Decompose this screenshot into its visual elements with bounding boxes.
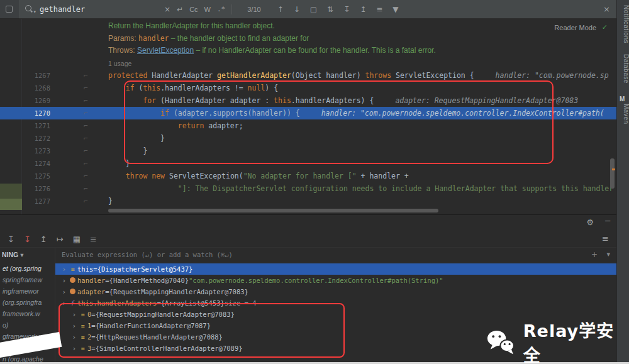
line-number[interactable]: 1275 <box>22 170 50 182</box>
frame-item[interactable]: o) <box>0 319 55 331</box>
line-number[interactable]: 1270 <box>22 107 50 119</box>
open-in-find-window-icon[interactable]: ▢ <box>310 5 317 14</box>
gutter-flag-icon[interactable]: ⌐ <box>50 145 88 157</box>
words-toggle[interactable]: W <box>204 6 211 13</box>
frame-item[interactable]: framework.w <box>0 308 55 319</box>
expand-chevron-icon[interactable]: › <box>70 311 78 319</box>
doc-throws-label: Throws: <box>108 46 135 55</box>
filter-results-icon[interactable]: ▼ <box>392 5 398 14</box>
code-line[interactable]: 1268⌐ if (this.handlerAdapters != null) … <box>22 82 616 94</box>
add-watch-icon[interactable]: + <box>591 250 598 259</box>
code-line[interactable]: 1270⌐ if (adapter.supports(handler)) {ha… <box>22 107 616 119</box>
value-icon: ≡ <box>78 345 87 352</box>
tool-window-icon[interactable] <box>6 6 13 13</box>
evaluate-expression-input[interactable]: Evaluate expression (↵) or add a watch (… <box>62 251 233 258</box>
doc-summary: Return the HandlerAdapter for this handl… <box>108 21 275 30</box>
export-state-icon[interactable]: ↥ <box>40 234 47 244</box>
evaluate-expand-icon[interactable]: ▾ <box>606 250 610 258</box>
gutter-flag-icon[interactable]: ⌐ <box>50 119 88 132</box>
gutter-flag-icon[interactable]: ⌐ <box>50 107 88 119</box>
reader-mode-toggle[interactable]: Reader Mode <box>554 24 596 31</box>
close-search-icon[interactable]: × <box>603 4 610 14</box>
param-icon <box>68 288 77 295</box>
line-number[interactable]: 1277 <box>22 195 50 207</box>
list-view-icon[interactable]: ≡ <box>90 234 97 244</box>
line-number[interactable]: 1271 <box>22 119 50 132</box>
gutter-flag-icon[interactable]: ⌐ <box>50 82 88 94</box>
line-number[interactable]: 1269 <box>22 94 50 107</box>
code-line[interactable]: 1275⌐ throw new ServletException("No ada… <box>22 170 616 182</box>
expand-chevron-icon[interactable]: › <box>60 288 68 296</box>
previous-occurrence-icon[interactable]: ↑ <box>277 5 284 14</box>
session-selector[interactable]: NING ▾ <box>2 251 23 258</box>
code-line[interactable]: 1269⌐ for (HandlerAdapter adapter : this… <box>22 94 616 107</box>
code-line[interactable]: 1271⌐ return adapter; <box>22 119 616 132</box>
line-number[interactable]: 1272 <box>22 132 50 145</box>
gear-icon[interactable]: ⚙ <box>586 218 594 227</box>
add-occurrence-icon[interactable]: ↧ <box>343 5 350 14</box>
line-number[interactable]: 1276 <box>22 182 50 195</box>
maven-icon: M <box>620 96 625 102</box>
gutter-flag-icon[interactable]: ⌐ <box>50 132 88 145</box>
search-icon[interactable]: ▾ <box>25 5 33 13</box>
frame-item[interactable]: springframew <box>0 274 55 285</box>
clear-search-icon[interactable]: × <box>164 5 170 14</box>
run-to-cursor-icon[interactable]: ↦ <box>57 234 64 244</box>
doc-throws-type[interactable]: ServletException <box>137 46 194 55</box>
line-number[interactable]: 1268 <box>22 82 50 94</box>
expand-chevron-icon[interactable]: › <box>60 265 68 273</box>
gutter-flag-icon[interactable]: ⌐ <box>50 195 88 207</box>
table-view-icon[interactable]: ▦ <box>73 234 81 244</box>
variable-row[interactable]: ›handler = {HandlerMethod@7040} "com.pow… <box>55 275 616 286</box>
right-tool-strip: Notifications Database M Maven <box>616 0 629 364</box>
layout-settings-icon[interactable]: ≡ <box>602 234 609 243</box>
horizontal-scrollbar[interactable] <box>108 209 438 212</box>
expand-chevron-icon[interactable]: › <box>60 277 68 285</box>
match-case-toggle[interactable]: Cc <box>189 6 198 13</box>
debug-toolbar-icons: ↧↧↥↦▦≡ <box>8 234 97 244</box>
line-number[interactable]: 1267 <box>22 69 50 82</box>
next-occurrence-icon[interactable]: ↓ <box>294 5 300 14</box>
frame-item[interactable]: et (org.spring <box>0 263 55 274</box>
select-all-occurrences-icon[interactable]: ⇅ <box>327 5 333 14</box>
code-line[interactable]: 1277⌐} <box>22 195 616 207</box>
code-line[interactable]: 1274⌐ } <box>22 157 616 170</box>
frame-item[interactable]: (org.springfra <box>0 297 55 308</box>
line-number[interactable]: 1274 <box>22 157 50 170</box>
load-state-icon[interactable]: ↧ <box>8 234 14 244</box>
code-line[interactable]: 1276⌐ "]: The DispatcherServlet configur… <box>22 182 616 195</box>
usages-hint[interactable]: 1 usage <box>108 60 131 67</box>
frame-item[interactable]: ingframewor <box>0 285 55 297</box>
tool-button-notifications[interactable]: Notifications <box>617 5 629 43</box>
expand-chevron-icon[interactable]: › <box>60 299 68 307</box>
gutter-flag-icon[interactable]: ⌐ <box>50 69 88 82</box>
expand-chevron-icon[interactable]: › <box>70 322 78 330</box>
doc-params-label: Params: <box>108 34 136 43</box>
inline-debug-hint: handler: "com.powernode.speldemo.control… <box>321 109 604 118</box>
newline-icon[interactable]: ↵ <box>177 5 183 14</box>
tool-button-maven[interactable]: Maven <box>617 104 629 124</box>
error-stripe-mark[interactable] <box>612 168 615 170</box>
minimize-icon[interactable]: ─ <box>605 216 610 226</box>
code-line[interactable]: 1272⌐ } <box>22 132 616 145</box>
variable-row[interactable]: ›≡this = {DispatcherServlet@5437} <box>55 263 616 275</box>
force-step-icon[interactable]: ↧ <box>24 234 31 244</box>
search-input[interactable]: gethandler <box>40 5 158 14</box>
gutter-flag-icon[interactable]: ⌐ <box>50 94 88 107</box>
watermark-text: Relay学安全 <box>523 317 629 364</box>
variable-row[interactable]: ›adapter = {RequestMappingHandlerAdapter… <box>55 286 616 297</box>
expand-chevron-icon[interactable]: › <box>70 333 78 341</box>
vertical-scrollbar[interactable] <box>610 158 615 189</box>
gutter-flag-icon[interactable]: ⌐ <box>50 157 88 170</box>
remove-occurrence-icon[interactable]: ↥ <box>360 5 366 14</box>
code-line[interactable]: 1267⌐protected HandlerAdapter getHandler… <box>22 69 616 82</box>
code-line[interactable]: 1273⌐ } <box>22 145 616 157</box>
variable-row[interactable]: ›fthis.handlerAdapters = {ArrayList@5453… <box>55 297 616 309</box>
tool-button-database[interactable]: Database <box>617 54 629 84</box>
expand-chevron-icon[interactable]: › <box>70 345 78 353</box>
line-number[interactable]: 1273 <box>22 145 50 157</box>
regex-toggle[interactable]: .* <box>217 5 225 13</box>
gutter-flag-icon[interactable]: ⌐ <box>50 182 88 195</box>
gutter-flag-icon[interactable]: ⌐ <box>50 170 88 182</box>
search-settings-icon[interactable]: ≡ <box>376 5 382 14</box>
